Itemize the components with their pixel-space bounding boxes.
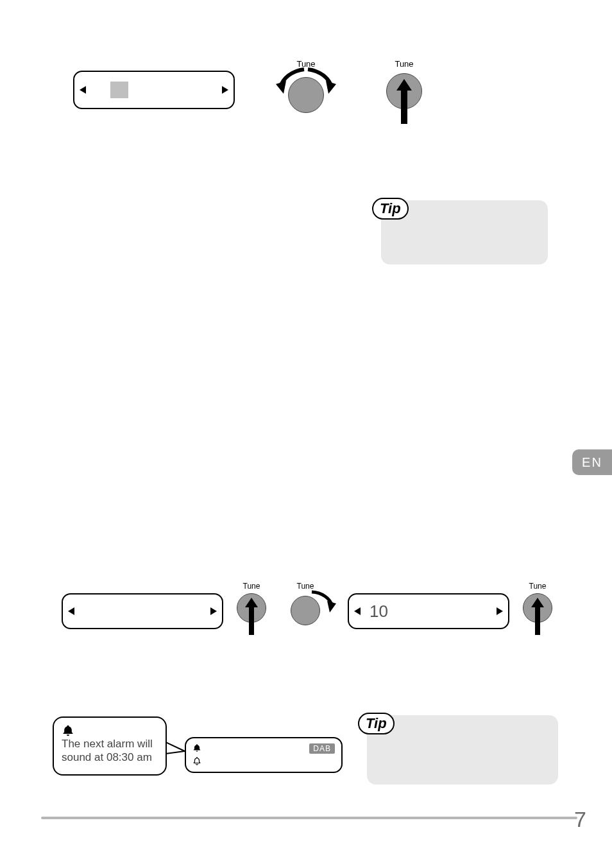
tune-press-group: Tune xyxy=(378,59,430,123)
tune-press-group: Tune xyxy=(518,582,557,639)
tune-rotate-group: Tune xyxy=(280,582,344,639)
tune-knob-rotate[interactable] xyxy=(288,77,324,113)
nap-value: 10 xyxy=(370,602,388,621)
language-tab: EN xyxy=(572,449,612,475)
tune-label: Tune xyxy=(243,582,260,591)
tune-knob-press[interactable] xyxy=(237,593,266,623)
arrow-right-icon xyxy=(497,607,503,615)
speech-bubble: The next alarm will sound at 08:30 am xyxy=(53,716,167,776)
arrow-up-icon xyxy=(243,598,260,635)
svg-marker-1 xyxy=(326,81,336,94)
tip-badge: Tip xyxy=(358,713,395,734)
display-weekday xyxy=(73,71,235,109)
svg-marker-2 xyxy=(396,79,412,124)
svg-line-7 xyxy=(166,751,185,754)
svg-marker-4 xyxy=(327,601,336,612)
display-nap-label xyxy=(62,593,223,629)
svg-marker-0 xyxy=(276,81,286,94)
tune-press-group: Tune xyxy=(232,582,271,639)
bell-solid-icon xyxy=(62,724,158,737)
tip-box xyxy=(367,715,558,785)
tune-knob-press[interactable] xyxy=(386,73,422,109)
tune-label: Tune xyxy=(529,582,547,591)
arrow-left-icon xyxy=(354,607,361,615)
alarm2-inactive-icon xyxy=(192,756,201,765)
mode-badge: DAB xyxy=(309,743,335,754)
page-number: 7 xyxy=(574,807,586,832)
weekday-placeholder xyxy=(110,82,128,98)
display-nap-value: 10 xyxy=(348,593,509,629)
arrow-left-icon xyxy=(80,86,86,94)
alarm1-active-icon xyxy=(192,743,201,752)
svg-marker-3 xyxy=(245,598,258,635)
display-home: DAB xyxy=(185,737,343,773)
tune-rotate-group: Tune xyxy=(264,59,348,117)
svg-marker-5 xyxy=(531,598,544,635)
speech-pointer-icon xyxy=(166,740,187,755)
speech-text: The next alarm will sound at 08:30 am xyxy=(62,737,158,765)
footer-rule xyxy=(41,817,577,819)
arrow-up-icon xyxy=(395,79,414,124)
tune-knob-press[interactable] xyxy=(523,593,552,623)
language-tab-label: EN xyxy=(582,455,602,470)
tune-knob-rotate[interactable] xyxy=(291,596,320,625)
svg-line-6 xyxy=(166,742,185,751)
tip-badge: Tip xyxy=(372,198,409,220)
manual-page: Tune Tune Tip EN Tune xyxy=(0,0,612,868)
arrow-right-icon xyxy=(210,607,217,615)
arrow-up-icon xyxy=(529,598,546,635)
arrow-right-icon xyxy=(222,86,228,94)
tune-label: Tune xyxy=(395,59,413,69)
arrow-left-icon xyxy=(68,607,74,615)
